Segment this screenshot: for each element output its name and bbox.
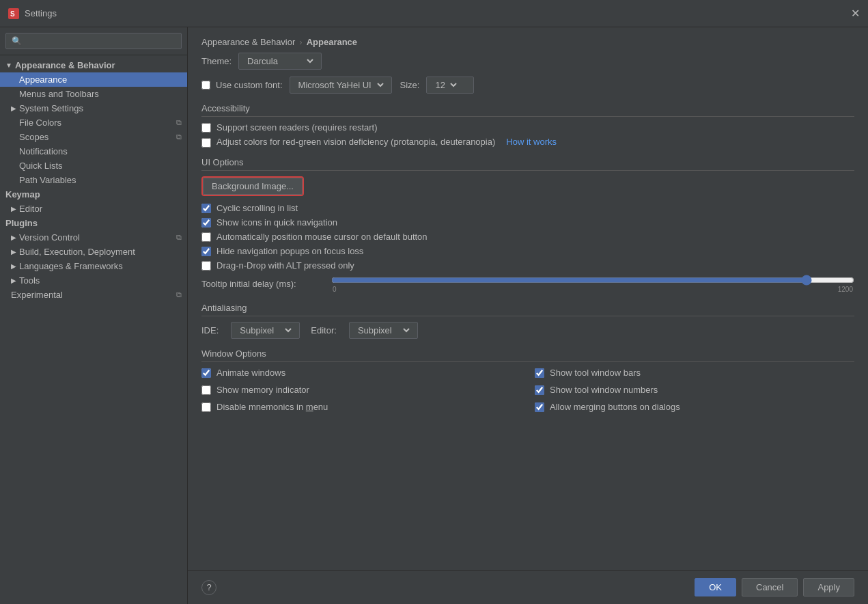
ok-button[interactable]: OK bbox=[695, 578, 736, 596]
hide-nav-popups-checkbox[interactable] bbox=[201, 247, 211, 256]
font-size-select[interactable]: 12 13 14 bbox=[432, 79, 459, 91]
animate-windows-label: Animate windows bbox=[216, 368, 285, 378]
copy-icon-version-control: ⧉ bbox=[176, 233, 182, 242]
sidebar-item-path-variables[interactable]: Path Variables bbox=[0, 173, 187, 187]
close-button[interactable]: ✕ bbox=[851, 8, 860, 19]
show-tool-window-bars-row: Show tool window bars bbox=[535, 368, 854, 378]
tooltip-delay-label: Tooltip initial delay (ms): bbox=[201, 279, 324, 289]
tooltip-delay-container: Tooltip initial delay (ms): 0 1200 bbox=[201, 275, 854, 293]
sidebar-label-path-variables: Path Variables bbox=[19, 175, 76, 185]
color-deficiency-checkbox[interactable] bbox=[201, 138, 211, 148]
auto-position-label: Automatically position mouse cursor on d… bbox=[216, 232, 428, 242]
show-tool-window-numbers-checkbox[interactable] bbox=[535, 385, 544, 395]
window-options-grid: Animate windows Show tool window bars Sh… bbox=[201, 368, 854, 416]
search-box bbox=[0, 27, 187, 55]
show-memory-indicator-checkbox[interactable] bbox=[201, 385, 211, 395]
font-select-box[interactable]: Microsoft YaHei UI Arial bbox=[290, 77, 392, 94]
ide-antialias-select-box[interactable]: Subpixel Greyscale Default bbox=[231, 322, 300, 339]
allow-merging-buttons-label: Allow merging buttons on dialogs bbox=[550, 402, 680, 412]
sidebar-item-menus-toolbars[interactable]: Menus and Toolbars bbox=[0, 87, 187, 101]
custom-font-row: Use custom font: Microsoft YaHei UI Aria… bbox=[201, 77, 854, 94]
sidebar-label-tools: Tools bbox=[19, 275, 40, 286]
expand-arrow-tools-icon: ▶ bbox=[11, 277, 16, 284]
drag-drop-row: Drag-n-Drop with ALT pressed only bbox=[201, 260, 854, 271]
title-bar-left: S Settings bbox=[8, 8, 57, 19]
disable-mnemonics-label: Disable mnemonics in menu bbox=[216, 402, 328, 412]
cancel-button[interactable]: Cancel bbox=[742, 578, 798, 596]
sidebar-item-editor[interactable]: ▶ Editor bbox=[0, 202, 187, 216]
font-select[interactable]: Microsoft YaHei UI Arial bbox=[296, 79, 386, 91]
animate-windows-checkbox[interactable] bbox=[201, 368, 211, 378]
sidebar-item-scopes[interactable]: Scopes ⧉ bbox=[0, 130, 187, 144]
sidebar-item-appearance[interactable]: Appearance bbox=[0, 72, 187, 87]
show-tool-window-numbers-label: Show tool window numbers bbox=[550, 385, 658, 395]
theme-label: Theme: bbox=[201, 56, 232, 66]
sidebar-label-editor: Editor bbox=[19, 204, 42, 214]
ide-antialiasing-group: IDE: Subpixel Greyscale Default bbox=[201, 322, 300, 339]
screen-readers-label: Support screen readers (requires restart… bbox=[216, 122, 378, 133]
breadcrumb: Appearance & Behavior › Appearance bbox=[188, 27, 868, 53]
sidebar-item-build-execution[interactable]: ▶ Build, Execution, Deployment bbox=[0, 245, 187, 259]
content-area: Appearance & Behavior › Appearance Theme… bbox=[188, 27, 868, 604]
sidebar-item-experimental[interactable]: Experimental ⧉ bbox=[0, 288, 187, 302]
show-tool-window-bars-checkbox[interactable] bbox=[535, 368, 544, 378]
show-icons-checkbox[interactable] bbox=[201, 218, 211, 228]
show-tool-window-numbers-row: Show tool window numbers bbox=[535, 385, 854, 395]
slider-min-label: 0 bbox=[333, 286, 337, 293]
apply-button[interactable]: Apply bbox=[803, 578, 854, 596]
sidebar-item-quick-lists[interactable]: Quick Lists bbox=[0, 159, 187, 173]
editor-antialias-label: Editor: bbox=[311, 325, 337, 335]
sidebar-item-plugins[interactable]: Plugins bbox=[0, 216, 187, 230]
slider-max-label: 1200 bbox=[838, 286, 853, 293]
tooltip-delay-slider[interactable] bbox=[331, 275, 854, 286]
how-it-works-link[interactable]: How it works bbox=[506, 137, 557, 147]
bottom-bar-buttons: OK Cancel Apply bbox=[695, 578, 854, 596]
theme-select[interactable]: Darcula IntelliJ High Contrast bbox=[244, 55, 316, 67]
search-input[interactable] bbox=[5, 33, 182, 49]
drag-drop-checkbox[interactable] bbox=[201, 261, 211, 271]
sidebar-label-keymap: Keymap bbox=[5, 189, 40, 200]
breadcrumb-parent[interactable]: Appearance & Behavior bbox=[201, 37, 295, 47]
custom-font-label: Use custom font: bbox=[216, 80, 283, 90]
window-options-section-header: Window Options bbox=[201, 348, 854, 362]
sidebar-label-system-settings: System Settings bbox=[19, 103, 83, 113]
app-icon: S bbox=[8, 8, 19, 19]
expand-arrow-build-icon: ▶ bbox=[11, 248, 16, 256]
sidebar-item-version-control[interactable]: ▶ Version Control ⧉ bbox=[0, 230, 187, 245]
copy-icon-scopes: ⧉ bbox=[176, 133, 182, 141]
theme-select-box[interactable]: Darcula IntelliJ High Contrast bbox=[238, 53, 322, 70]
allow-merging-buttons-row: Allow merging buttons on dialogs bbox=[535, 402, 854, 412]
font-size-box[interactable]: 12 13 14 bbox=[426, 77, 474, 94]
cyclic-scrolling-row: Cyclic scrolling in list bbox=[201, 203, 854, 213]
sidebar-item-tools[interactable]: ▶ Tools bbox=[0, 273, 187, 288]
hide-nav-popups-row: Hide navigation popups on focus loss bbox=[201, 246, 854, 256]
editor-antialias-select-box[interactable]: Subpixel Greyscale Default bbox=[349, 322, 418, 339]
sidebar-item-file-colors[interactable]: File Colors ⧉ bbox=[0, 115, 187, 130]
ide-antialias-select[interactable]: Subpixel Greyscale Default bbox=[237, 325, 294, 336]
expand-arrow-lang-icon: ▶ bbox=[11, 262, 16, 270]
sidebar-label-quick-lists: Quick Lists bbox=[19, 161, 63, 171]
screen-readers-checkbox[interactable] bbox=[201, 123, 211, 133]
background-image-button[interactable]: Background Image... bbox=[203, 178, 303, 195]
help-button[interactable]: ? bbox=[201, 580, 216, 595]
background-image-container: Background Image... bbox=[201, 176, 854, 196]
sidebar-item-appearance-behavior[interactable]: ▼ Appearance & Behavior bbox=[0, 58, 187, 72]
auto-position-checkbox[interactable] bbox=[201, 232, 211, 242]
window-title: Settings bbox=[25, 8, 57, 18]
sidebar-label-scopes: Scopes bbox=[19, 132, 48, 142]
sidebar-label-notifications: Notifications bbox=[19, 146, 68, 156]
sidebar-item-system-settings[interactable]: ▶ System Settings bbox=[0, 101, 187, 115]
sidebar-item-keymap[interactable]: Keymap bbox=[0, 187, 187, 202]
custom-font-checkbox[interactable] bbox=[201, 81, 210, 90]
sidebar-label-plugins: Plugins bbox=[5, 218, 38, 228]
disable-mnemonics-checkbox[interactable] bbox=[201, 402, 211, 412]
screen-readers-row: Support screen readers (requires restart… bbox=[201, 122, 854, 133]
allow-merging-buttons-checkbox[interactable] bbox=[535, 402, 544, 412]
editor-antialias-select[interactable]: Subpixel Greyscale Default bbox=[355, 325, 412, 336]
sidebar-item-notifications[interactable]: Notifications bbox=[0, 144, 187, 159]
sidebar-label-appearance: Appearance bbox=[19, 74, 67, 85]
animate-windows-row: Animate windows bbox=[201, 368, 521, 378]
copy-icon-experimental: ⧉ bbox=[176, 290, 182, 299]
sidebar-item-languages-frameworks[interactable]: ▶ Languages & Frameworks bbox=[0, 259, 187, 273]
cyclic-scrolling-checkbox[interactable] bbox=[201, 204, 211, 213]
